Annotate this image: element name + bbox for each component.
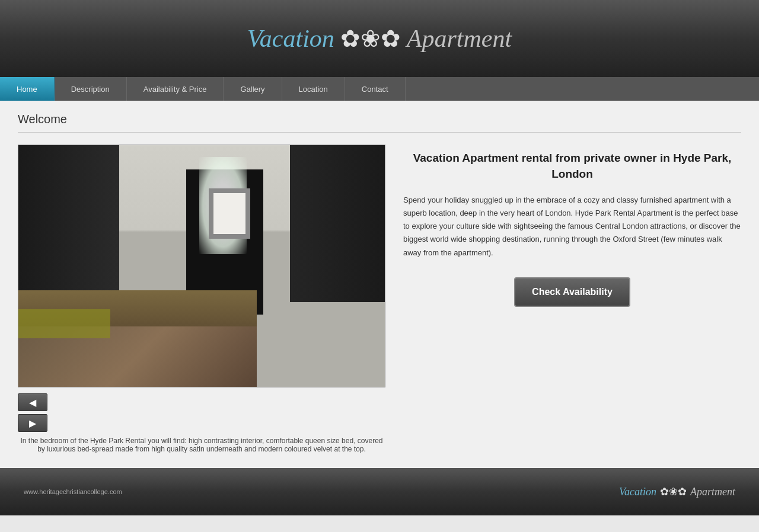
check-availability-button[interactable]: Check Availability [514, 277, 630, 307]
right-column: Vacation Apartment rental from private o… [403, 145, 741, 307]
property-description: Spend your holiday snuggled up in the em… [403, 194, 741, 259]
site-footer: www.heritagechristiancollege.com Vacatio… [0, 468, 759, 515]
welcome-heading: Welcome [18, 113, 741, 133]
main-nav: Home Description Availability & Price Ga… [0, 77, 759, 101]
wardrobe-right [290, 145, 385, 302]
left-column: ◀ ▶ In the bedroom of the Hyde Park Rent… [18, 145, 385, 453]
nav-item-availability[interactable]: Availability & Price [127, 77, 224, 101]
site-header: Vacation ✿❀✿ Apartment [0, 0, 759, 77]
property-image [18, 145, 385, 387]
footer-url: www.heritagechristiancollege.com [24, 488, 122, 495]
nav-item-description[interactable]: Description [55, 77, 127, 101]
property-title: Vacation Apartment rental from private o… [403, 150, 741, 182]
bed-yellow-accent [18, 309, 110, 338]
prev-image-button[interactable]: ◀ [18, 393, 47, 411]
footer-apartment-text: Apartment [690, 486, 735, 498]
header-logo: Vacation ✿❀✿ Apartment [247, 24, 512, 53]
nav-item-contact[interactable]: Contact [345, 77, 406, 101]
nav-item-home[interactable]: Home [0, 77, 55, 101]
content-row: ◀ ▶ In the bedroom of the Hyde Park Rent… [18, 145, 741, 453]
footer-logo: Vacation ✿❀✿ Apartment [619, 485, 735, 498]
image-controls: ◀ ▶ [18, 393, 385, 432]
footer-ornament-icon: ✿❀✿ [660, 485, 687, 498]
nav-item-location[interactable]: Location [282, 77, 345, 101]
header-apartment-text: Apartment [407, 24, 512, 53]
wall-frame [209, 188, 250, 239]
next-image-button[interactable]: ▶ [18, 414, 47, 432]
main-content: Welcome ◀ ▶ In the bedroom o [0, 101, 759, 468]
nav-item-gallery[interactable]: Gallery [224, 77, 282, 101]
header-ornament-icon: ✿❀✿ [340, 27, 401, 50]
footer-vacation-text: Vacation [619, 486, 656, 498]
image-caption: In the bedroom of the Hyde Park Rental y… [18, 437, 385, 453]
header-vacation-text: Vacation [247, 24, 334, 53]
